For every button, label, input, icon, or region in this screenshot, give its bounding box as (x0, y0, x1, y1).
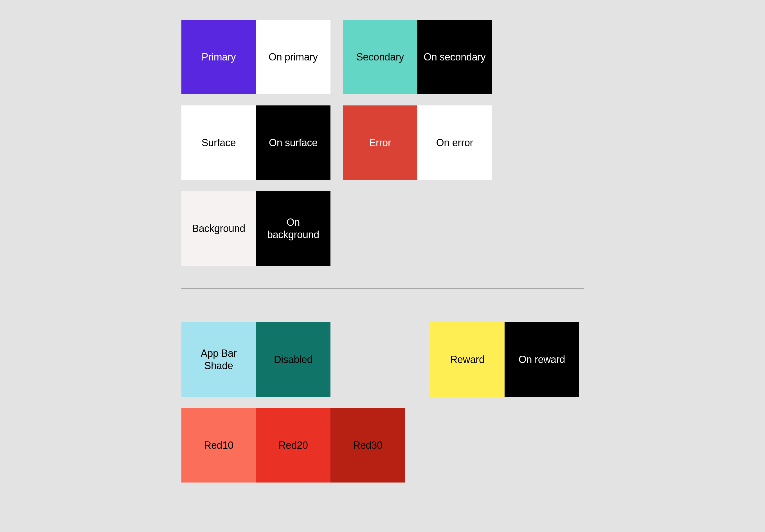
row-reds: Red10 Red20 Red30 (181, 408, 584, 482)
pair-error: Error On error (343, 106, 492, 180)
swatch-disabled: Disabled (256, 322, 331, 397)
swatch-secondary: Secondary (343, 20, 417, 94)
swatch-red10: Red10 (181, 408, 256, 482)
swatch-on-secondary: On secondary (417, 20, 492, 94)
swatch-red20: Red20 (256, 408, 331, 482)
row-appbar-reward: App Bar Shade Disabled Reward On reward (181, 322, 584, 397)
row-background: Background On background (181, 191, 584, 266)
pair-primary: Primary On primary (181, 20, 331, 94)
row-primary-secondary: Primary On primary Secondary On secondar… (181, 20, 584, 94)
swatch-on-error: On error (417, 106, 492, 180)
pair-reward: Reward On reward (430, 322, 579, 397)
swatch-surface: Surface (181, 106, 256, 180)
swatch-on-primary: On primary (256, 20, 331, 94)
swatch-background: Background (181, 191, 256, 266)
swatch-appbar-shade: App Bar Shade (181, 322, 256, 397)
swatch-on-surface: On surface (256, 106, 331, 180)
pair-surface: Surface On surface (181, 106, 331, 180)
triple-reds: Red10 Red20 Red30 (181, 408, 405, 482)
section-divider (181, 288, 584, 288)
swatch-red30: Red30 (331, 408, 405, 482)
swatch-error: Error (343, 106, 417, 180)
swatch-reward: Reward (430, 322, 504, 397)
row-surface-error: Surface On surface Error On error (181, 106, 584, 180)
pair-background: Background On background (181, 191, 331, 266)
palette-container: Primary On primary Secondary On secondar… (181, 20, 584, 521)
swatch-primary: Primary (181, 20, 256, 94)
swatch-on-reward: On reward (504, 322, 579, 397)
swatch-on-background: On background (256, 191, 331, 266)
pair-secondary: Secondary On secondary (343, 20, 492, 94)
pair-appbar-disabled: App Bar Shade Disabled (181, 322, 331, 397)
